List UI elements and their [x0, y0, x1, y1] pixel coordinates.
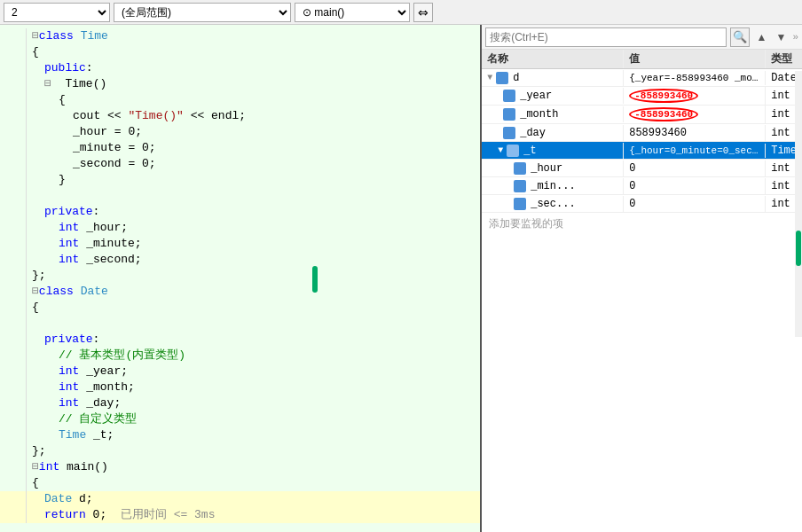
code-line	[0, 188, 480, 204]
collapse-btn[interactable]: ⊟	[32, 460, 39, 473]
watch-name-min: _min...	[482, 178, 624, 194]
collapse-btn[interactable]: ⊟	[44, 77, 51, 90]
watch-row-day[interactable]: _day 858993460 int	[482, 124, 802, 142]
main-container: 2 (全局范围) ⊙ main() ⇔ ⊟class Time	[0, 0, 802, 532]
code-line: int _day;	[0, 395, 480, 411]
search-bar: 🔍 ▲ ▼ »	[482, 25, 802, 50]
highlight-year: -858993460	[629, 89, 698, 103]
code-line: _minute = 0;	[0, 140, 480, 156]
scope-select-2[interactable]: (全局范围)	[114, 3, 291, 22]
nav-down-btn[interactable]: ▼	[773, 29, 789, 45]
watch-row-year[interactable]: _year -858993460 int	[482, 87, 802, 106]
code-line: private:	[0, 204, 480, 220]
right-scrollbar[interactable]	[795, 71, 802, 337]
code-line: cout << "Time()" << endl;	[0, 108, 480, 124]
collapse-btn[interactable]: ⊟	[32, 285, 39, 298]
var-icon-month	[503, 108, 515, 121]
code-line	[0, 316, 480, 332]
var-icon-year	[503, 90, 515, 102]
watch-name-d: ▼ d	[482, 70, 624, 86]
right-scrollbar-thumb[interactable]	[796, 231, 801, 266]
code-line: }	[0, 172, 480, 188]
code-line-status: return 0; 已用时间 <= 3ms	[0, 507, 480, 523]
watch-name-year: _year	[482, 88, 624, 104]
watch-val-hour: 0	[624, 160, 766, 176]
watch-row-hour[interactable]: _hour 0 int	[482, 160, 802, 177]
watch-table-header: 名称 值 类型	[482, 50, 802, 69]
watch-row-d[interactable]: ▼ d {_year=-858993460 _month... Date	[482, 69, 802, 87]
header-type: 类型	[766, 50, 802, 68]
code-line: {	[0, 300, 480, 316]
watch-val-day: 858993460	[624, 125, 766, 141]
var-icon-t	[507, 145, 519, 157]
code-line: private:	[0, 332, 480, 348]
header-value: 值	[624, 50, 766, 68]
watch-row-month[interactable]: _month -858993460 int	[482, 106, 802, 124]
code-line: public:	[0, 60, 480, 76]
code-line: ⊟class Date	[0, 284, 480, 300]
code-line: // 自定义类型	[0, 411, 480, 427]
expand-icon-d[interactable]: ▼	[487, 73, 492, 82]
code-scrollbar-thumb[interactable]	[312, 266, 318, 293]
watch-row-sec[interactable]: _sec... 0 int	[482, 195, 802, 213]
watch-name-sec: _sec...	[482, 196, 624, 212]
code-line: int _hour;	[0, 220, 480, 236]
watch-val-t: {_hour=0_minute=0_secon...	[624, 144, 766, 158]
collapse-btn[interactable]: ⊟	[32, 29, 39, 43]
watch-row-min[interactable]: _min... 0 int	[482, 177, 802, 195]
code-line: _hour = 0;	[0, 124, 480, 140]
header-name: 名称	[482, 50, 624, 68]
code-line: int _minute;	[0, 236, 480, 252]
panel-menu-btn[interactable]: »	[792, 32, 798, 43]
var-icon-min	[514, 180, 526, 192]
add-watch-item[interactable]: 添加要监视的项	[482, 213, 802, 235]
code-line: Time _t;	[0, 427, 480, 443]
scope-select-1[interactable]: 2	[4, 3, 110, 22]
code-line: ⊟int main()	[0, 459, 480, 475]
watch-name-day: _day	[482, 125, 624, 141]
watch-val-sec: 0	[624, 196, 766, 212]
code-line: ⊟class Time	[0, 28, 480, 44]
code-panel: ⊟class Time { public: ⊟ Time()	[0, 25, 482, 532]
content-area: ⊟class Time { public: ⊟ Time()	[0, 25, 802, 532]
toolbar: 2 (全局范围) ⊙ main() ⇔	[0, 0, 802, 25]
right-panel: 🔍 ▲ ▼ » 名称 值 类型 ▼ d	[482, 25, 802, 532]
code-line: int _year;	[0, 364, 480, 379]
code-line: int _month;	[0, 379, 480, 395]
code-line: int _second;	[0, 252, 480, 268]
watch-val-month: -858993460	[624, 106, 766, 123]
var-icon-day	[503, 127, 515, 139]
code-lines: ⊟class Time { public: ⊟ Time()	[0, 28, 480, 523]
code-body[interactable]: ⊟class Time { public: ⊟ Time()	[0, 25, 480, 532]
highlight-month: -858993460	[629, 107, 698, 121]
expand-icon-t[interactable]: ▼	[498, 145, 503, 155]
watch-val-d: {_year=-858993460 _month...	[624, 71, 766, 85]
scope-select-3[interactable]: ⊙ main()	[295, 3, 410, 22]
code-line: ⊟ Time()	[0, 76, 480, 92]
watch-name-month: _month	[482, 106, 624, 122]
code-line: _second = 0;	[0, 156, 480, 172]
var-icon-hour	[514, 162, 526, 175]
code-line: // 基本类型(内置类型)	[0, 348, 480, 364]
code-line: };	[0, 268, 480, 284]
nav-up-btn[interactable]: ▲	[753, 29, 769, 45]
code-line: };	[0, 443, 480, 459]
code-line: {	[0, 475, 480, 491]
var-icon-sec	[514, 198, 526, 210]
watch-val-year: -858993460	[624, 87, 766, 105]
search-button[interactable]: 🔍	[730, 27, 750, 47]
split-btn[interactable]: ⇔	[413, 3, 433, 22]
code-line-highlight: Date d;	[0, 491, 480, 507]
watch-val-min: 0	[624, 178, 766, 194]
watch-table: 名称 值 类型 ▼ d {_year=-858993460 _month... …	[482, 50, 802, 532]
code-line: {	[0, 92, 480, 108]
var-icon-d	[496, 72, 508, 84]
watch-row-t[interactable]: ▼ _t {_hour=0_minute=0_secon... Time	[482, 142, 802, 160]
code-line: {	[0, 44, 480, 60]
watch-name-hour: _hour	[482, 160, 624, 176]
search-input[interactable]	[485, 27, 727, 47]
watch-name-t: ▼ _t	[482, 143, 624, 159]
